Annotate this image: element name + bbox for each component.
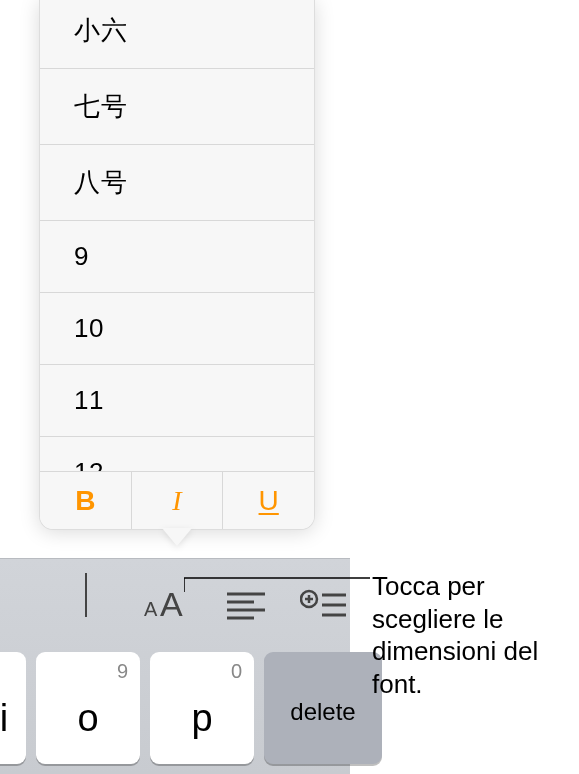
list-item[interactable]: 小六 [40, 5, 314, 69]
key-i[interactable]: i [0, 652, 26, 764]
list-item[interactable]: 七号 [40, 69, 314, 145]
svg-text:A: A [144, 598, 158, 620]
font-size-list: 小六 七号 八号 9 10 11 12 [40, 0, 314, 471]
callout: Tocca per scegliere le dimensioni del fo… [372, 570, 572, 700]
key-o[interactable]: 9 o [36, 652, 140, 764]
key-main-label: i [0, 697, 8, 740]
keyboard-row: i 9 o 0 p delete [0, 649, 382, 764]
font-size-popover: 小六 七号 八号 9 10 11 12 B I U [39, 0, 315, 530]
list-item[interactable]: 12 [40, 437, 314, 471]
key-delete[interactable]: delete [264, 652, 382, 764]
popover-tail [162, 528, 192, 546]
bold-button[interactable]: B [40, 472, 132, 529]
key-main-label: o [77, 697, 98, 740]
style-buttons-row: B I U [40, 471, 314, 529]
key-main-label: p [191, 697, 212, 740]
callout-text: Tocca per scegliere le dimensioni del fo… [372, 570, 572, 700]
toolbar-icons: A A [0, 559, 350, 645]
list-item[interactable]: 八号 [40, 145, 314, 221]
key-hint-label: 0 [231, 660, 242, 683]
key-hint-label: 9 [117, 660, 128, 683]
list-item[interactable]: 10 [40, 293, 314, 365]
callout-line [184, 574, 374, 594]
text-cursor [85, 573, 87, 617]
italic-button[interactable]: I [132, 472, 224, 529]
svg-text:A: A [160, 586, 183, 623]
list-item[interactable]: 9 [40, 221, 314, 293]
underline-button[interactable]: U [223, 472, 314, 529]
list-item[interactable]: 11 [40, 365, 314, 437]
key-delete-label: delete [290, 698, 355, 726]
key-p[interactable]: 0 p [150, 652, 254, 764]
